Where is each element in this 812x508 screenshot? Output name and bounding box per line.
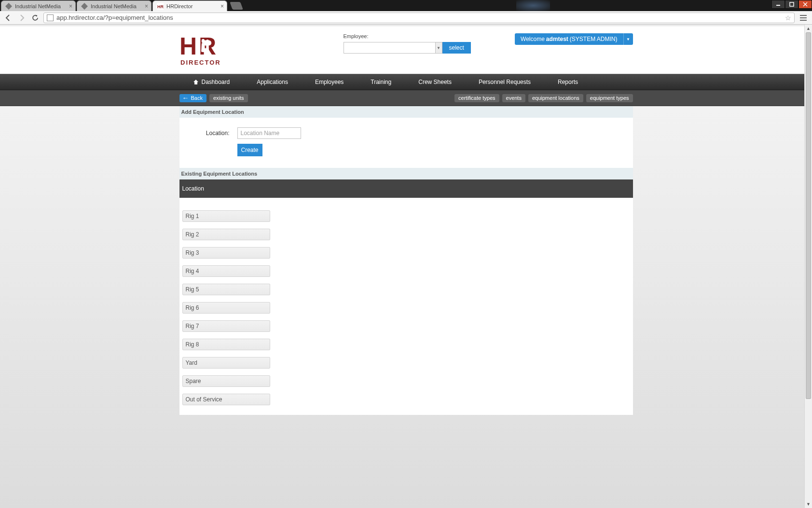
scroll-thumb[interactable] (806, 32, 811, 399)
location-label: Location: (181, 127, 237, 137)
svg-point-10 (201, 39, 204, 43)
back-label: Back (191, 95, 203, 101)
location-item[interactable]: Rig 4 (182, 265, 270, 277)
nav-label: Employees (315, 79, 344, 85)
tab-title: HRDirector (166, 3, 193, 9)
tab-close-icon[interactable]: × (220, 3, 224, 10)
pill-label: equipment types (590, 95, 629, 101)
pill-label: existing units (213, 95, 244, 101)
scroll-track[interactable] (805, 32, 812, 500)
page-scrollbar[interactable]: ▲ ▼ (804, 25, 812, 508)
location-item[interactable]: Rig 3 (182, 247, 270, 259)
arrow-left-icon: ← (182, 96, 189, 100)
svg-point-11 (206, 40, 209, 43)
location-name-input[interactable] (237, 127, 301, 139)
location-item[interactable]: Spare (182, 375, 270, 387)
location-form-row: Location: Create (179, 118, 633, 156)
nav-label: Crew Sheets (418, 79, 452, 85)
sub-nav: ← Back existing units certificate types … (0, 90, 812, 106)
subnav-equipment-types[interactable]: equipment types (586, 94, 633, 102)
svg-text:DIRECTOR: DIRECTOR (180, 59, 221, 66)
browser-toolbar: app.hrdirector.ca/?p=equipment_locations… (0, 11, 812, 25)
nav-back-button[interactable] (3, 13, 14, 23)
location-item-label: Rig 7 (186, 323, 199, 330)
chrome-menu-button[interactable] (798, 13, 809, 23)
location-item[interactable]: Rig 7 (182, 320, 270, 332)
browser-tab-1[interactable]: Industrial NetMedia × (77, 0, 151, 11)
nav-training[interactable]: Training (357, 74, 405, 90)
scroll-down-icon[interactable]: ▼ (805, 500, 812, 508)
tab-close-icon[interactable]: × (145, 3, 148, 10)
location-item[interactable]: Rig 8 (182, 339, 270, 350)
nav-employees[interactable]: Employees (302, 74, 357, 90)
window-maximize-button[interactable] (785, 0, 798, 9)
window-close-button[interactable] (798, 0, 812, 9)
svg-text:H: H (179, 33, 197, 60)
location-item-label: Rig 8 (186, 341, 199, 348)
scroll-up-icon[interactable]: ▲ (805, 25, 812, 32)
employee-label: Employee: (344, 33, 471, 39)
main-nav: Dashboard Applications Employees Trainin… (0, 74, 812, 90)
location-item-label: Rig 6 (186, 304, 199, 311)
url-text: app.hrdirector.ca/?p=equipment_locations (56, 14, 173, 21)
welcome-prefix: Welcome (521, 36, 545, 42)
location-item-label: Rig 5 (186, 286, 199, 293)
caret-down-icon[interactable]: ▼ (435, 42, 442, 53)
caret-down-icon[interactable]: ▼ (623, 33, 633, 45)
welcome-menu[interactable]: Welcome admtest (SYSTEM ADMIN) ▼ (515, 33, 633, 45)
welcome-suffix: (SYSTEM ADMIN) (570, 36, 618, 42)
nav-reload-button[interactable] (30, 13, 41, 23)
browser-tab-2[interactable]: HR HRDirector × (152, 0, 227, 11)
location-item-label: Rig 3 (186, 249, 199, 256)
favicon-icon (81, 3, 88, 10)
pill-label: certificate types (458, 95, 495, 101)
page: H R DIRECTOR Employee: ▼ select (0, 27, 812, 508)
employee-select-button[interactable]: select (442, 42, 471, 54)
nav-label: Dashboard (202, 79, 230, 85)
content: Add Equipment Location Location: Create … (179, 106, 633, 415)
location-item[interactable]: Rig 2 (182, 229, 270, 240)
tab-title: Industrial NetMedia (91, 3, 137, 9)
welcome-user: admtest (546, 36, 568, 42)
nav-personnel-requests[interactable]: Personnel Requests (465, 74, 544, 90)
location-item-label: Rig 2 (186, 231, 199, 238)
logo: H R DIRECTOR (179, 33, 220, 67)
nav-dashboard[interactable]: Dashboard (179, 74, 244, 90)
location-item[interactable]: Out of Service (182, 394, 270, 405)
employee-selector: Employee: ▼ select (344, 33, 471, 54)
browser-tab-0[interactable]: Industrial NetMedia × (1, 0, 76, 11)
welcome-label[interactable]: Welcome admtest (SYSTEM ADMIN) (515, 33, 623, 45)
window-minimize-button[interactable] (771, 0, 785, 9)
subnav-events[interactable]: events (502, 94, 525, 102)
locations-table-header: Location (179, 179, 633, 198)
back-button[interactable]: ← Back (179, 94, 206, 102)
location-item[interactable]: Rig 1 (182, 210, 270, 222)
url-bar[interactable]: app.hrdirector.ca/?p=equipment_locations… (43, 13, 795, 23)
subnav-equipment-locations[interactable]: equipment locations (528, 94, 583, 102)
tab-close-icon[interactable]: × (69, 3, 72, 10)
subnav-certificate-types[interactable]: certificate types (454, 94, 499, 102)
svg-rect-5 (790, 2, 794, 6)
location-item[interactable]: Yard (182, 357, 270, 369)
nav-label: Applications (257, 79, 288, 85)
bookmark-star-icon[interactable]: ☆ (785, 14, 791, 22)
nav-applications[interactable]: Applications (243, 74, 302, 90)
nav-label: Personnel Requests (479, 79, 531, 85)
new-tab-button[interactable] (230, 2, 243, 10)
locations-list: Rig 1 Rig 2 Rig 3 Rig 4 Rig 5 Rig 6 Rig … (179, 198, 633, 405)
location-item-label: Rig 1 (186, 213, 199, 220)
home-icon (193, 79, 199, 85)
page-icon (47, 14, 54, 21)
employee-value (344, 42, 435, 53)
tab-title: Industrial NetMedia (15, 3, 61, 9)
svg-rect-1 (81, 3, 88, 10)
window-controls (771, 0, 812, 9)
subnav-existing-units[interactable]: existing units (209, 94, 248, 102)
location-item[interactable]: Rig 6 (182, 302, 270, 314)
location-item[interactable]: Rig 5 (182, 284, 270, 295)
nav-forward-button[interactable] (16, 13, 27, 23)
employee-combobox[interactable]: ▼ (344, 42, 442, 54)
create-button[interactable]: Create (237, 144, 262, 156)
nav-reports[interactable]: Reports (544, 74, 592, 90)
nav-crew-sheets[interactable]: Crew Sheets (405, 74, 465, 90)
